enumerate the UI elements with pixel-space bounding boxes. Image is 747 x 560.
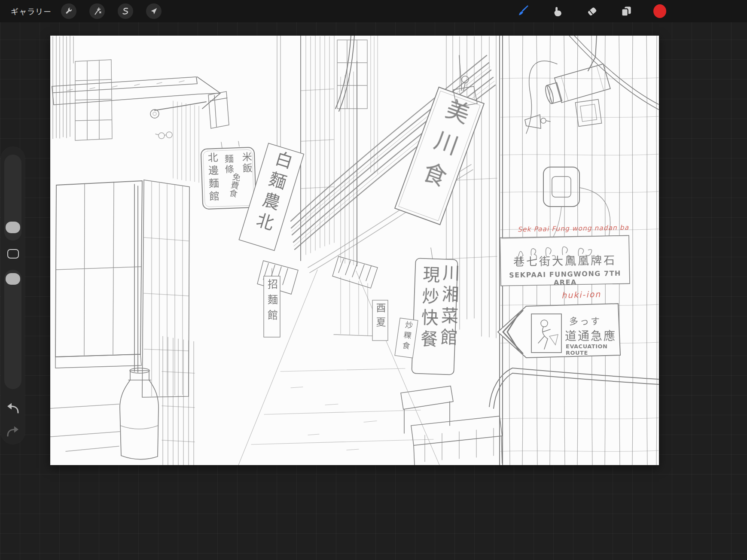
sign-text: 米飯 [239, 152, 254, 174]
sign-text: 麵條 [222, 154, 235, 175]
transform-button[interactable] [146, 3, 162, 19]
sign-text: 現炒快餐 [415, 265, 443, 352]
sign-text: 北邊麵館 [204, 152, 221, 204]
opacity-slider[interactable] [4, 270, 21, 389]
layers-button[interactable] [619, 3, 634, 19]
area-name-sign: 巷七街大鳳凰牌石 SEKPAAI FUNGWONG 7TH AREA [500, 235, 630, 286]
sign-text: 炒粿食 [399, 320, 415, 353]
red-annotation-mid: huki-ion [561, 289, 601, 300]
sign-text: 巷七街大鳳凰牌石 [500, 251, 630, 269]
small-noodle-sign: 招麵館 [264, 276, 280, 337]
wrench-icon [64, 6, 73, 16]
opacity-handle[interactable] [6, 273, 20, 285]
actions-button[interactable] [61, 3, 76, 19]
smudge-tool-button[interactable] [550, 3, 565, 19]
layers-icon [620, 5, 633, 18]
eraser-icon [585, 5, 598, 18]
transform-arrow-icon [149, 6, 159, 16]
top-toolbar: ギャラリー [0, 0, 747, 22]
redo-icon [4, 424, 21, 439]
sign-text: 道通急應 [565, 327, 616, 344]
magic-wand-icon [92, 6, 102, 16]
undo-icon [4, 401, 21, 416]
smudge-finger-icon [551, 5, 564, 18]
sidebar-tool-panel [1, 147, 25, 444]
color-swatch-button[interactable] [652, 3, 668, 19]
brush-size-handle[interactable] [6, 222, 20, 233]
selection-button[interactable] [118, 3, 133, 19]
gallery-button[interactable]: ギャラリー [11, 6, 52, 17]
erase-tool-button[interactable] [584, 3, 600, 19]
sichuan-restaurant-sign: 川湘菜館 現炒快餐 [412, 258, 457, 374]
undo-button[interactable] [4, 401, 21, 416]
sign-text: 免費食 [226, 172, 242, 198]
drawing-canvas[interactable]: 米飯 麵條 免費食 北邊麵館 白麵農北 招麵館 美川食 川湘菜館 現炒快餐 酉夏… [50, 36, 659, 465]
sign-text: EVACUATION ROUTE [566, 343, 620, 356]
noodle-shop-sign: 米飯 麵條 免費食 北邊麵館 [201, 147, 256, 209]
sign-text: SEKPAAI FUNGWONG 7TH AREA [500, 269, 630, 287]
sign-text: 招麵館 [265, 279, 280, 325]
evacuation-route-sign: 多っす 道通急應 EVACUATION ROUTE [498, 304, 620, 358]
modify-button[interactable] [7, 249, 19, 259]
color-circle [652, 4, 667, 18]
paint-tool-button[interactable] [515, 3, 531, 19]
brush-size-slider[interactable] [4, 155, 21, 240]
paint-brush-icon [516, 4, 530, 18]
sign-text: 多っす [569, 314, 601, 327]
adjustments-button[interactable] [89, 3, 105, 19]
redo-button[interactable] [4, 424, 21, 439]
small-sign-a: 酉夏 [372, 300, 388, 341]
selection-s-icon [121, 6, 130, 16]
sign-text: 酉夏 [373, 303, 387, 331]
